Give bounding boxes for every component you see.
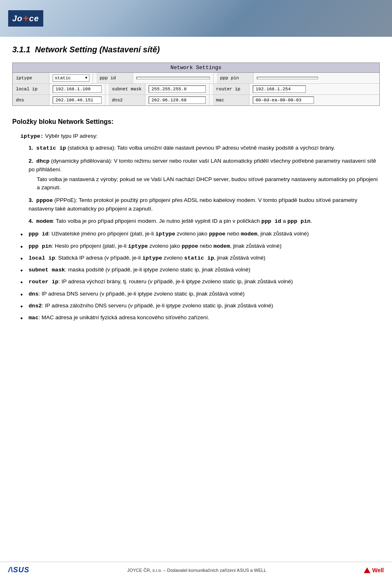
- iptype-label: iptype:: [20, 133, 44, 139]
- ns-iptype-value: static ▼: [49, 73, 93, 83]
- logo-text: Jo: [12, 14, 22, 23]
- ns-subnetmask-label: subnet mask: [109, 84, 145, 94]
- ns-row-2: local ip 192.168.1.100 subnet mask 255.2…: [13, 84, 379, 95]
- bullet-ppppin: ppp pin: Heslo pro připojení (platí, je-…: [20, 242, 380, 251]
- ns-pppid-field[interactable]: [136, 77, 210, 79]
- ns-localip-label: local ip: [13, 84, 49, 94]
- ns-pppid-label: ppp id: [96, 73, 133, 83]
- bullet-subnetmask: subnet mask: maska podsítě (v případě, j…: [20, 266, 380, 274]
- logo-plus: +: [23, 13, 29, 24]
- ns-routerip-label: router ip: [213, 84, 249, 94]
- footer-text: JOYCE ČR, s.r.o. – Dodavatel komunikační…: [38, 568, 356, 573]
- numbered-items: 1. static ip (statická ip adresa): Tato …: [29, 144, 380, 226]
- ns-iptype-select[interactable]: static ▼: [53, 74, 89, 82]
- bullet-pppid: ppp id: Uživatelské jméno pro připojení …: [20, 230, 380, 238]
- bullet-mac: mac: MAC adresa je unikátní fyzická adre…: [20, 314, 380, 322]
- network-settings-table: Network Settings iptype static ▼ ppp id …: [12, 63, 380, 106]
- ns-localip-value: 192.168.1.100: [49, 84, 105, 94]
- logo-area: Jo + ce: [8, 10, 43, 27]
- ns-dns2-value: 202.96.128.68: [145, 95, 209, 105]
- page-title: 3.1.1 Network Setting (Nastavení sítě): [12, 45, 380, 54]
- page-title-area: 3.1.1 Network Setting (Nastavení sítě): [0, 37, 392, 58]
- numbered-item-3: 3. pppoe (PPPoE): Tento protokol je použ…: [29, 196, 380, 213]
- content-area: Položky bloku Network Settings: iptype: …: [0, 114, 392, 334]
- numbered-item-1: 1. static ip (statická ip adresa): Tato …: [29, 144, 380, 152]
- bullet-localip: local ip: Statická IP adresa (v případě,…: [20, 254, 380, 262]
- chevron-down-icon: ▼: [85, 76, 87, 80]
- bullet-dns: dns: IP adresa DNS serveru (v případě, j…: [20, 290, 380, 298]
- ns-row-1: iptype static ▼ ppp id ppp pin: [13, 73, 379, 84]
- ns-dns-field[interactable]: 202.106.46.151: [53, 96, 102, 104]
- footer: /\SUS JOYCE ČR, s.r.o. – Dodavatel komun…: [0, 562, 392, 578]
- numbered-item-2: 2. dhcp (dynamicky přidělovaná): V tomto…: [29, 157, 380, 192]
- ns-mac-label: mac: [213, 95, 249, 105]
- intro-text: iptype: Výběr typu IP adresy:: [20, 132, 380, 141]
- ns-pppid-value: [133, 73, 214, 83]
- ns-dns2-field[interactable]: 202.96.128.68: [149, 96, 206, 104]
- ns-mac-value: 00-0d-ea-00-00-03: [249, 95, 317, 105]
- ns-ppppin-label: ppp pin: [217, 73, 254, 83]
- numbered-item-4: 4. modem: Tato volba je pro případ připo…: [29, 217, 380, 226]
- ns-row-3: dns 202.106.46.151 dns2 202.96.128.68 ma…: [13, 95, 379, 105]
- logo-text2: ce: [29, 14, 39, 23]
- bullet-routerip: router ip: IP adresa výchozí brány, tj. …: [20, 278, 380, 286]
- ns-ppppin-field[interactable]: [257, 77, 318, 79]
- ns-routerip-field[interactable]: 192.168.1.254: [253, 85, 306, 93]
- header-bar: Jo + ce: [0, 0, 392, 37]
- ns-localip-field[interactable]: 192.168.1.100: [53, 85, 102, 93]
- ns-subnetmask-field[interactable]: 255.255.255.0: [149, 85, 206, 93]
- section-title: Položky bloku Network Settings:: [12, 118, 380, 125]
- ns-ppppin-value: [254, 73, 321, 83]
- ns-routerip-value: 192.168.1.254: [249, 84, 309, 94]
- item2-extra: Tato volba je nastavená z výroby; pokud …: [37, 175, 380, 192]
- ns-dns-value: 202.106.46.151: [49, 95, 105, 105]
- well-triangle-icon: [364, 567, 370, 573]
- ns-title: Network Settings: [13, 63, 379, 73]
- asus-logo: /\SUS: [8, 566, 29, 574]
- bullet-dns2: dns2: IP adresa záložního DNS serveru (v…: [20, 302, 380, 310]
- well-logo: Well: [364, 567, 384, 574]
- ns-dns2-label: dns2: [109, 95, 145, 105]
- ns-mac-field[interactable]: 00-0d-ea-00-00-03: [253, 96, 314, 104]
- ns-iptype-label: iptype: [13, 73, 49, 83]
- ns-subnetmask-value: 255.255.255.0: [145, 84, 209, 94]
- bullet-list: ppp id: Uživatelské jméno pro připojení …: [20, 230, 380, 322]
- ns-dns-label: dns: [13, 95, 49, 105]
